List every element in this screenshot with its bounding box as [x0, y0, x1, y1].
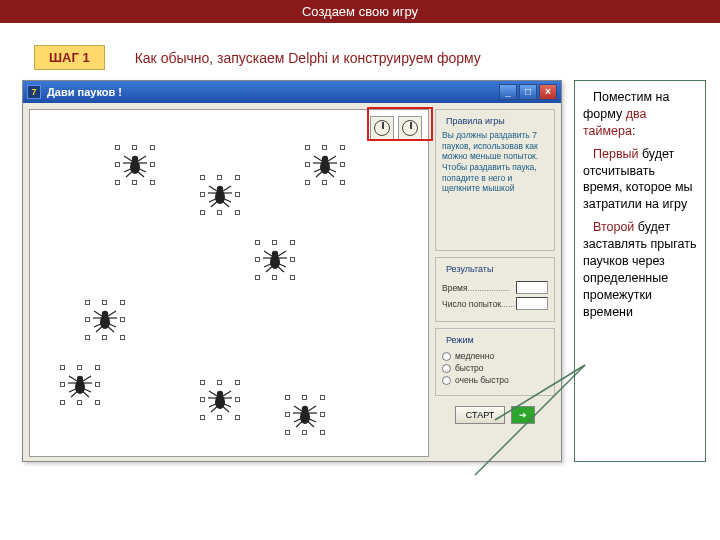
rules-title: Правила игры — [444, 116, 507, 126]
svg-point-11 — [77, 376, 83, 382]
timer-1[interactable] — [370, 116, 394, 140]
radio-slow-label: медленно — [455, 351, 494, 361]
time-field[interactable] — [516, 281, 548, 294]
svg-point-9 — [102, 311, 108, 317]
slide-title: Создаем свою игру — [0, 0, 720, 23]
form-body: Правила игры Вы должны раздавить 7 пауко… — [23, 103, 561, 461]
radio-fast[interactable] — [442, 364, 451, 373]
spider-image[interactable] — [65, 370, 95, 400]
window-titlebar: 7 Дави пауков ! _ □ × — [23, 81, 561, 103]
start-button[interactable]: СТАРТ — [455, 406, 506, 424]
svg-point-7 — [272, 251, 278, 257]
mode-title: Режим — [444, 335, 476, 345]
mode-groupbox: Режим медленно быстро очень быстро — [435, 328, 555, 396]
spider-image[interactable] — [205, 385, 235, 415]
window-minimize-button[interactable]: _ — [499, 84, 517, 100]
window-maximize-button[interactable]: □ — [519, 84, 537, 100]
spider-image[interactable] — [260, 245, 290, 275]
callout-box: Поместим на форму два таймера: Первый бу… — [574, 80, 706, 462]
rules-text: Вы должны раздавить 7 пауков, использова… — [442, 130, 548, 194]
radio-fast-label: быстро — [455, 363, 484, 373]
radio-vfast-label: очень быстро — [455, 375, 509, 385]
window-title: Дави пауков ! — [47, 86, 122, 98]
svg-point-1 — [132, 156, 138, 162]
timer-2[interactable] — [398, 116, 422, 140]
radio-vfast[interactable] — [442, 376, 451, 385]
results-groupbox: Результаты Время .................. Числ… — [435, 257, 555, 322]
step-badge: ШАГ 1 — [34, 45, 105, 70]
tries-label: Число попыток — [442, 299, 501, 309]
svg-point-3 — [217, 186, 223, 192]
go-button[interactable]: ➔ — [511, 406, 535, 424]
timer-components — [368, 114, 424, 142]
spider-image[interactable] — [290, 400, 320, 430]
time-label: Время — [442, 283, 468, 293]
svg-point-15 — [302, 406, 308, 412]
step-text: Как обычно, запускаем Delphi и конструир… — [135, 50, 481, 66]
spider-image[interactable] — [310, 150, 340, 180]
spider-image[interactable] — [90, 305, 120, 335]
spider-image[interactable] — [120, 150, 150, 180]
svg-point-5 — [322, 156, 328, 162]
svg-point-13 — [217, 391, 223, 397]
radio-slow[interactable] — [442, 352, 451, 361]
spider-image[interactable] — [205, 180, 235, 210]
delphi-form-screenshot: 7 Дави пауков ! _ □ × Правила игры — [22, 80, 562, 462]
tries-field[interactable] — [516, 297, 548, 310]
rules-groupbox: Правила игры Вы должны раздавить 7 пауко… — [435, 109, 555, 251]
window-close-button[interactable]: × — [539, 84, 557, 100]
app-icon: 7 — [27, 85, 41, 99]
results-title: Результаты — [444, 264, 495, 274]
play-area — [29, 109, 429, 457]
